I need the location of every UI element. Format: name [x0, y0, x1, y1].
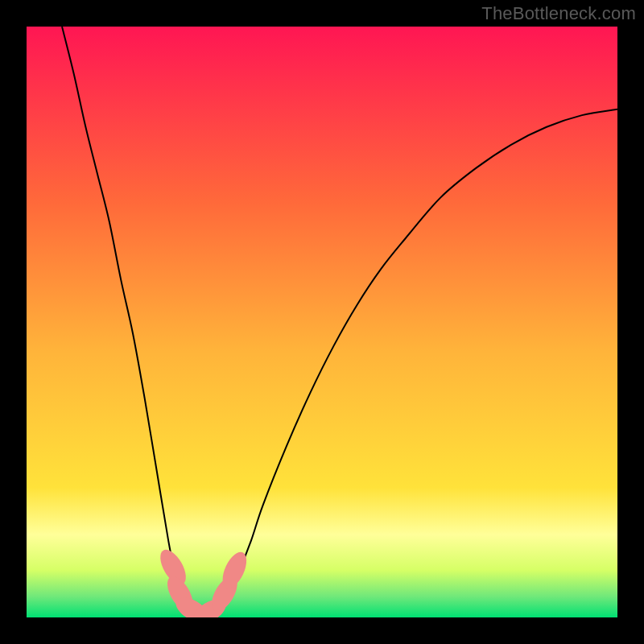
watermark-label: TheBottleneck.com — [481, 3, 636, 24]
chart-plot-area — [27, 27, 617, 617]
chart-frame: TheBottleneck.com — [0, 0, 644, 644]
gradient-background — [27, 27, 617, 617]
